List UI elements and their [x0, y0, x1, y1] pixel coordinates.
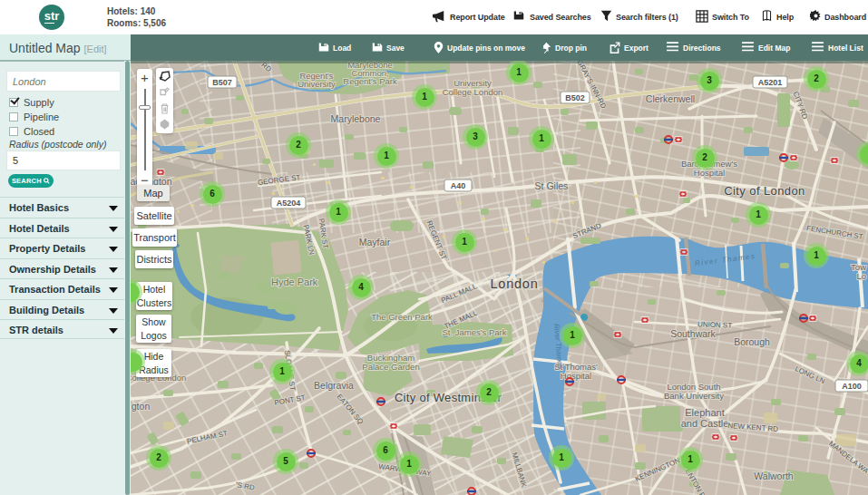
svg-text:University: University — [297, 79, 336, 89]
svg-text:B502: B502 — [565, 93, 585, 102]
svg-text:Mayfair: Mayfair — [359, 237, 391, 248]
svg-text:Borough: Borough — [734, 336, 770, 347]
svg-text:gton: gton — [132, 401, 151, 412]
svg-text:Marylebone: Marylebone — [331, 113, 381, 124]
svg-text:Lo: Lo — [856, 271, 866, 281]
svg-text:Bank University: Bank University — [664, 391, 724, 401]
svg-text:Elephant: Elephant — [685, 407, 724, 418]
svg-text:A5204: A5204 — [277, 199, 301, 208]
svg-text:and Castle: and Castle — [681, 418, 729, 429]
svg-text:Regent's Park: Regent's Park — [343, 76, 397, 86]
svg-text:Clerkenwell: Clerkenwell — [646, 93, 695, 104]
svg-text:A5201: A5201 — [758, 78, 783, 87]
svg-text:UNION ST: UNION ST — [697, 320, 733, 329]
svg-text:Walworth: Walworth — [754, 471, 794, 481]
svg-text:Hyde Park: Hyde Park — [271, 277, 318, 287]
svg-text:Belgravia: Belgravia — [314, 380, 354, 391]
svg-text:The Green Park: The Green Park — [371, 312, 433, 322]
svg-text:City of London: City of London — [724, 184, 805, 198]
svg-text:London: London — [490, 277, 538, 291]
svg-text:Hospital: Hospital — [561, 371, 591, 381]
svg-text:A40: A40 — [451, 181, 466, 190]
svg-text:Palace Garden: Palace Garden — [362, 362, 419, 372]
svg-text:College London: College London — [443, 87, 503, 97]
svg-text:St. James's Park: St. James's Park — [443, 327, 507, 337]
svg-text:Southwark: Southwark — [670, 328, 716, 339]
svg-text:B507: B507 — [212, 78, 232, 87]
svg-text:St Giles: St Giles — [535, 180, 569, 191]
svg-text:A100: A100 — [842, 382, 862, 391]
